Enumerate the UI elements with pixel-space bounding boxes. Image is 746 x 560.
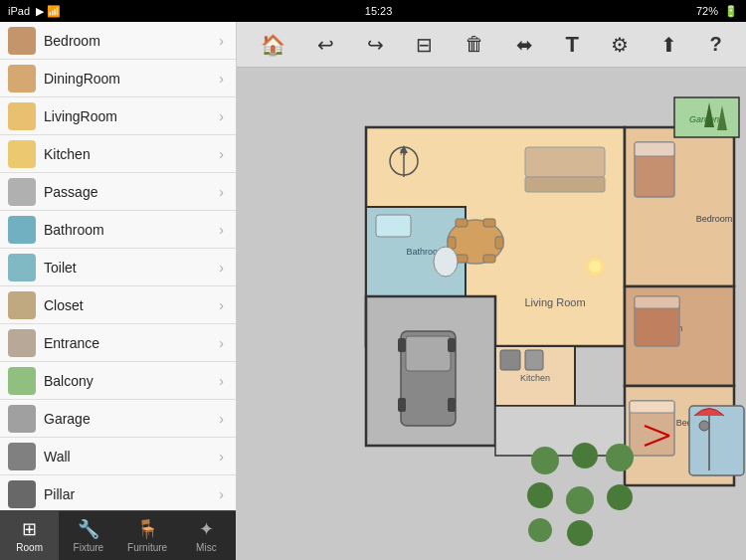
room-label: Kitchen <box>44 146 91 162</box>
room-chevron: › <box>219 373 224 389</box>
tab-fixture-icon: 🔧 <box>78 518 99 540</box>
tab-misc-icon: ✦ <box>199 518 214 540</box>
room-chevron: › <box>219 71 224 87</box>
tab-misc-label: Misc <box>196 542 217 553</box>
room-icon <box>8 329 36 357</box>
svg-rect-26 <box>483 219 495 227</box>
room-chevron: › <box>219 260 224 276</box>
svg-point-59 <box>589 261 601 273</box>
room-icon <box>8 102 36 130</box>
svg-rect-39 <box>398 338 406 352</box>
room-chevron: › <box>219 335 224 351</box>
svg-point-57 <box>434 247 458 277</box>
bottom-tabs: ⊞ Room 🔧 Fixture 🪑 Furniture ✦ Misc <box>0 510 236 560</box>
share-button[interactable]: ⬆ <box>654 29 683 61</box>
room-item-toilet[interactable]: Toilet › <box>0 249 236 286</box>
delete-button[interactable]: 🗑 <box>459 29 490 60</box>
room-item-bathroom[interactable]: Bathroom › <box>0 211 236 249</box>
room-label: Wall <box>44 449 71 465</box>
room-item-bedroom[interactable]: Bedroom › <box>0 22 236 60</box>
battery-icon: 🔋 <box>724 5 738 18</box>
room-item-passage[interactable]: Passage › <box>0 173 236 211</box>
room-chevron: › <box>219 486 224 502</box>
svg-rect-8 <box>495 406 625 456</box>
room-list: Bedroom › DiningRoom › LivingRoom › Kitc… <box>0 22 236 510</box>
room-item-balcony[interactable]: Balcony › <box>0 362 236 400</box>
room-item-kitchen[interactable]: Kitchen › <box>0 135 236 173</box>
battery-display: 72% <box>696 5 718 17</box>
tab-furniture-icon: 🪑 <box>136 518 158 540</box>
svg-rect-38 <box>406 336 451 371</box>
room-item-pillar[interactable]: Pillar › <box>0 475 236 510</box>
wifi-icon: ▶︎ 📶 <box>36 5 61 18</box>
tab-room[interactable]: ⊞ Room <box>0 511 59 560</box>
room-item-left: Toilet <box>8 254 77 281</box>
room-label: Pillar <box>44 486 75 502</box>
svg-point-46 <box>527 482 553 508</box>
room-item-garage[interactable]: Garage › <box>0 400 236 438</box>
room-chevron: › <box>219 449 224 465</box>
room-label: Bedroom <box>44 33 100 49</box>
toolbar: 🏠 ↩ ↪ ⊟ 🗑 ⬌ T ⚙ ⬆ ? <box>237 22 746 68</box>
svg-rect-42 <box>448 398 456 412</box>
tab-misc[interactable]: ✦ Misc <box>177 511 236 560</box>
help-button[interactable]: ? <box>704 29 728 60</box>
svg-rect-40 <box>448 338 456 352</box>
device-label: iPad <box>8 5 30 17</box>
room-item-left: Bathroom <box>8 216 104 244</box>
svg-point-43 <box>531 447 559 474</box>
room-icon <box>8 291 36 319</box>
svg-rect-25 <box>456 219 467 227</box>
sidebar: Bedroom › DiningRoom › LivingRoom › Kitc… <box>0 22 237 560</box>
home-button[interactable]: 🏠 <box>255 29 291 61</box>
tab-fixture[interactable]: 🔧 Fixture <box>59 511 117 560</box>
room-item-left: Entrance <box>8 329 99 357</box>
tab-fixture-label: Fixture <box>74 542 104 553</box>
canvas-area[interactable]: Garden N Bedroom Bedroom Bedroom Living … <box>237 68 746 560</box>
room-chevron: › <box>219 411 224 427</box>
room-item-left: Bedroom <box>8 27 100 55</box>
room-item-left: Balcony <box>8 367 93 395</box>
svg-point-48 <box>607 484 633 510</box>
room-label: Garage <box>44 411 91 427</box>
svg-point-44 <box>572 443 598 468</box>
room-item-left: Pillar <box>8 480 75 508</box>
status-bar: iPad ▶︎ 📶 15:23 72% 🔋 <box>0 0 746 22</box>
svg-text:Living Room: Living Room <box>524 296 585 308</box>
svg-point-61 <box>699 421 709 431</box>
room-item-closet[interactable]: Closet › <box>0 286 236 324</box>
room-item-left: LivingRoom <box>8 102 117 130</box>
measure-button[interactable]: ⬌ <box>510 29 539 61</box>
room-item-wall[interactable]: Wall › <box>0 438 236 475</box>
svg-rect-54 <box>500 350 520 370</box>
svg-point-50 <box>567 520 593 546</box>
svg-point-49 <box>528 518 552 542</box>
settings-button[interactable]: ⚙ <box>605 29 635 61</box>
tab-furniture[interactable]: 🪑 Furniture <box>118 511 177 560</box>
room-item-livingroom[interactable]: LivingRoom › <box>0 97 236 135</box>
undo-button[interactable]: ↩ <box>311 29 340 61</box>
grid-button[interactable]: ⊟ <box>410 29 439 61</box>
room-icon <box>8 367 36 395</box>
tab-room-label: Room <box>16 542 43 553</box>
svg-rect-55 <box>525 350 543 370</box>
redo-button[interactable]: ↪ <box>361 29 390 61</box>
room-icon <box>8 216 36 244</box>
svg-rect-41 <box>398 398 406 412</box>
svg-point-47 <box>566 486 594 514</box>
tab-furniture-label: Furniture <box>127 542 167 553</box>
svg-rect-34 <box>635 296 679 308</box>
room-item-entrance[interactable]: Entrance › <box>0 324 236 362</box>
room-chevron: › <box>219 297 224 313</box>
text-button[interactable]: T <box>559 28 584 62</box>
room-label: Toilet <box>44 260 77 276</box>
room-item-left: Wall <box>8 443 71 470</box>
room-label: Balcony <box>44 373 93 389</box>
room-icon <box>8 443 36 470</box>
room-item-left: DiningRoom <box>8 65 120 93</box>
svg-rect-32 <box>635 142 674 156</box>
room-item-diningroom[interactable]: DiningRoom › <box>0 60 236 97</box>
status-left: iPad ▶︎ 📶 <box>8 5 61 18</box>
room-chevron: › <box>219 184 224 200</box>
room-chevron: › <box>219 33 224 49</box>
